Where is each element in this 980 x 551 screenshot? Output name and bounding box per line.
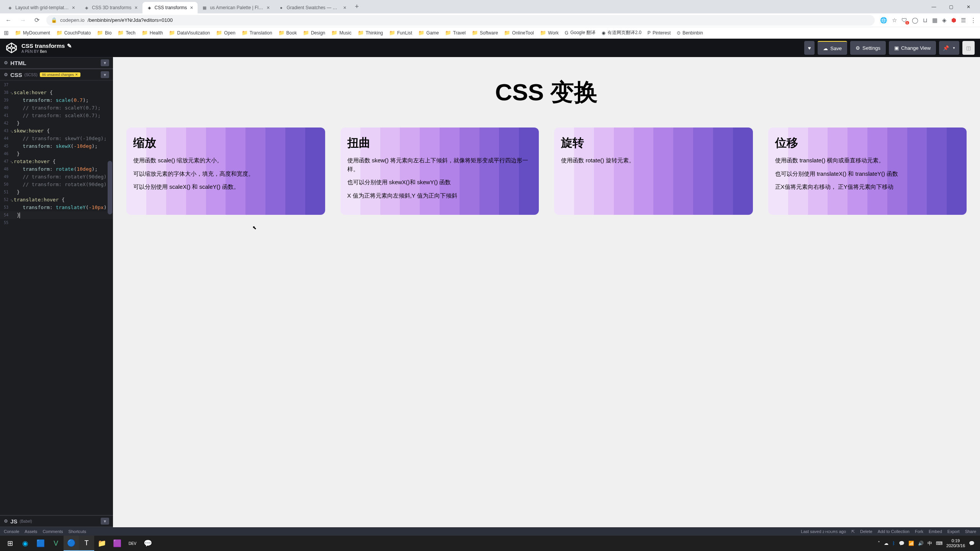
chevron-down-icon[interactable]: ▼ xyxy=(101,518,109,525)
bookmark-item[interactable]: 📁FunList xyxy=(389,29,412,36)
bookmark-item[interactable]: 📁Thinking xyxy=(358,29,383,36)
code-line[interactable]: 47▸.rotate:hover { xyxy=(0,158,113,165)
edit-title-icon[interactable]: ✎ xyxy=(67,43,72,49)
gear-icon[interactable]: ⚙ xyxy=(4,518,8,524)
preview-card[interactable]: 旋转使用函数 rotate() 旋转元素。 xyxy=(554,128,753,215)
footer-embed[interactable]: Embed xyxy=(929,529,942,534)
code-line[interactable]: 54 } xyxy=(0,211,113,219)
code-line[interactable]: 53 transform: translateY(-10px); xyxy=(0,204,113,211)
bookmark-item[interactable]: 📁DataVisulization xyxy=(169,29,210,36)
gear-icon[interactable]: ⚙ xyxy=(4,72,8,77)
footer-console[interactable]: Console xyxy=(4,529,19,534)
browser-tab[interactable]: ◈CSS 3D transforms× xyxy=(80,2,142,13)
bookmark-item[interactable]: 📁Game xyxy=(418,29,439,36)
chevron-down-icon[interactable]: ▼ xyxy=(101,71,109,78)
code-line[interactable]: 50 // transform: rotateX(90deg); xyxy=(0,181,113,188)
change-view-button[interactable]: ▣Change View xyxy=(889,41,936,55)
browser-tab[interactable]: ◈CSS transforms× xyxy=(142,2,198,13)
code-line[interactable]: 45 transform: skewX(-10deg); xyxy=(0,142,113,150)
heart-button[interactable]: ♥ xyxy=(804,41,815,55)
minimize-button[interactable]: — xyxy=(925,1,942,13)
code-line[interactable]: 49 // transform: rotateY(90deg); xyxy=(0,173,113,181)
close-tab-icon[interactable]: × xyxy=(266,5,270,11)
reload-button[interactable]: ⟳ xyxy=(33,15,41,25)
reading-list-icon[interactable]: ☰ xyxy=(961,17,966,24)
extension-icon-3[interactable]: ◈ xyxy=(942,17,947,24)
css-editor-header[interactable]: ⚙ CSS (SCSS) 86 unsaved changes✕ ▼ xyxy=(0,69,113,80)
code-line[interactable]: 51 } xyxy=(0,188,113,196)
footer-export[interactable]: Export xyxy=(947,529,960,534)
js-editor-header[interactable]: ⚙ JS (Babel) ▼ xyxy=(0,515,113,527)
code-line[interactable]: 42 } xyxy=(0,119,113,127)
extension-pocket-icon[interactable]: ⊔ xyxy=(923,17,928,24)
close-window-button[interactable]: ✕ xyxy=(960,1,977,13)
code-line[interactable]: 44 // transform: skewY(-10deg); xyxy=(0,135,113,142)
menu-icon[interactable]: ⋮ xyxy=(970,17,976,24)
gear-icon[interactable]: ⚙ xyxy=(4,60,8,65)
preview-card[interactable]: 扭曲使用函数 skew() 将元素向左右上下倾斜，就像将矩形变成平行四边形一样。… xyxy=(340,128,539,215)
bookmark-item[interactable]: 📁Software xyxy=(472,29,498,36)
footer-share[interactable]: Share xyxy=(965,529,976,534)
scrollbar-thumb[interactable] xyxy=(108,161,112,214)
footer-assets[interactable]: Assets xyxy=(25,529,37,534)
extension-adblock-icon[interactable]: ⬢ xyxy=(951,17,956,24)
code-line[interactable]: 38▸.scale:hover { xyxy=(0,89,113,96)
extension-icon-1[interactable]: ◯ xyxy=(912,17,918,24)
code-line[interactable]: 48 transform: rotate(10deg); xyxy=(0,165,113,173)
bookmark-item[interactable]: 📁Open xyxy=(216,29,235,36)
unsaved-badge[interactable]: 86 unsaved changes✕ xyxy=(40,72,80,77)
translate-icon[interactable]: 🌐 xyxy=(880,17,887,24)
bookmark-item[interactable]: 📁Work xyxy=(540,29,559,36)
back-button[interactable]: ← xyxy=(4,15,13,25)
bookmark-item[interactable]: 📁Bio xyxy=(97,29,111,36)
code-line[interactable]: 40 // transform: scaleY(0.7); xyxy=(0,104,113,112)
bookmark-item[interactable]: 📁Translation xyxy=(242,29,272,36)
bookmark-item[interactable]: 📁OnlineTool xyxy=(504,29,534,36)
bookmark-item[interactable]: 📁Tech xyxy=(118,29,135,36)
preview-card[interactable]: 位移使用函数 translate() 横向或垂直移动元素。也可以分别使用 tra… xyxy=(768,128,967,215)
bookmark-item[interactable]: 📁Music xyxy=(331,29,351,36)
footer-delete[interactable]: Delete xyxy=(860,529,872,534)
browser-tab[interactable]: ●Gradient Swatches — CSS Gra× xyxy=(274,2,351,13)
close-tab-icon[interactable]: × xyxy=(71,5,76,11)
close-tab-icon[interactable]: × xyxy=(342,5,347,11)
bookmark-item[interactable]: GGoogle 翻译 xyxy=(565,29,596,36)
save-button[interactable]: ☁Save xyxy=(818,41,847,55)
code-line[interactable]: 46 } xyxy=(0,150,113,158)
extension-icon-2[interactable]: ▦ xyxy=(932,17,937,24)
codepen-logo-icon[interactable] xyxy=(5,42,18,54)
preview-card[interactable]: 缩放使用函数 scale() 缩放元素的大小。可以缩放元素的字体大小，填充，高度… xyxy=(126,128,325,215)
share-popout-icon[interactable]: ⇱ xyxy=(851,529,855,534)
pen-title[interactable]: CSS transforms✎ xyxy=(21,43,72,49)
code-line[interactable]: 37 xyxy=(0,81,113,89)
pin-button[interactable]: 📌▼ xyxy=(939,41,959,55)
bookmark-item[interactable]: 📁MyDocument xyxy=(15,29,50,36)
footer-fork[interactable]: Fork xyxy=(915,529,923,534)
bookmark-item[interactable]: ◉有道网页翻译2.0 xyxy=(602,29,641,36)
footer-shortcuts[interactable]: Shortcuts xyxy=(69,529,86,534)
close-tab-icon[interactable]: × xyxy=(134,5,138,11)
browser-tab[interactable]: ◈Layout with grid-template are× xyxy=(3,2,80,13)
forward-button[interactable]: → xyxy=(18,15,28,25)
settings-button[interactable]: ⚙Settings xyxy=(850,41,886,55)
url-input[interactable]: 🔒 codepen.io/benbinbin/pen/eYNrJda?edito… xyxy=(46,15,875,26)
extension-shield-icon[interactable]: 🛡1 xyxy=(901,17,907,23)
code-line[interactable]: 52▸.translate:hover { xyxy=(0,196,113,204)
apps-icon[interactable]: ⊞ xyxy=(4,29,9,36)
profile-button[interactable]: ◫ xyxy=(962,41,975,55)
bookmark-star-icon[interactable]: ☆ xyxy=(892,17,897,24)
code-line[interactable]: 55 xyxy=(0,219,113,227)
bookmark-item[interactable]: ⊙Benbinbin xyxy=(677,29,703,36)
code-line[interactable]: 43▸.skew:hover { xyxy=(0,127,113,135)
maximize-button[interactable]: ▢ xyxy=(942,1,960,13)
bookmark-item[interactable]: 📁Book xyxy=(278,29,297,36)
bookmark-item[interactable]: 📁CouchPotato xyxy=(56,29,91,36)
new-tab-button[interactable]: + xyxy=(351,3,363,11)
bookmark-item[interactable]: 📁Travel xyxy=(445,29,466,36)
code-line[interactable]: 39 transform: scale(0.7); xyxy=(0,96,113,104)
close-tab-icon[interactable]: × xyxy=(189,5,194,11)
bookmark-item[interactable]: 📁Design xyxy=(303,29,325,36)
css-code-editor[interactable]: 3738▸.scale:hover {39 transform: scale(0… xyxy=(0,80,113,515)
browser-tab[interactable]: ▦us American Palette | Flat UI C× xyxy=(198,2,274,13)
footer-add-to-collection[interactable]: Add to Collection xyxy=(878,529,910,534)
